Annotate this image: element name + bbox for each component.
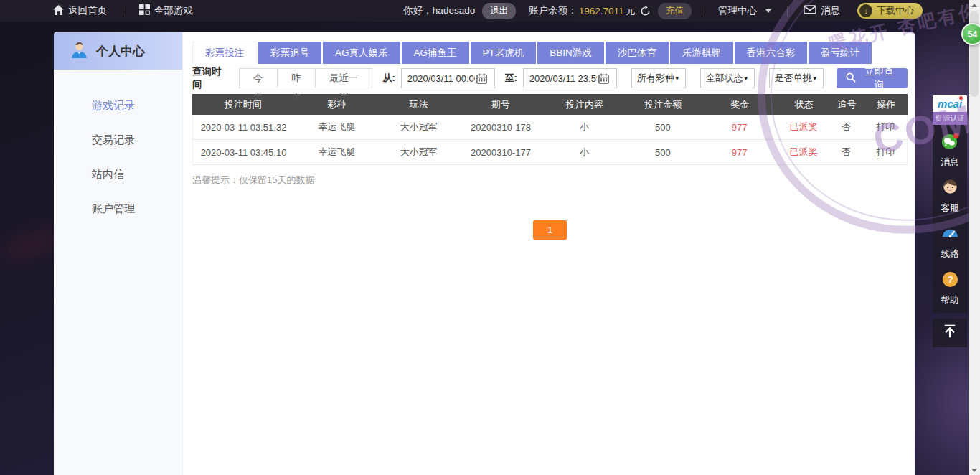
bet-records-table: 投注时间彩种玩法期号投注内容投注金额奖金状态追号操作 2020-03-11 03… bbox=[192, 94, 908, 165]
refresh-icon[interactable] bbox=[640, 6, 651, 17]
sidebar-menu: 游戏记录交易记录站内信账户管理 bbox=[54, 70, 182, 226]
search-button[interactable]: 立即查询 bbox=[837, 68, 908, 88]
to-date-input[interactable] bbox=[524, 73, 597, 84]
table-cell: 小 bbox=[544, 146, 626, 159]
floating-toolbar-item[interactable]: 消息 bbox=[933, 128, 967, 174]
chevron-down-icon: ▼ bbox=[743, 75, 749, 82]
table-cell: 否 bbox=[829, 121, 864, 133]
messages-link[interactable]: 消息 bbox=[798, 0, 846, 22]
tab-item[interactable]: AG捕鱼王 bbox=[402, 42, 469, 64]
messages-label: 消息 bbox=[821, 4, 840, 17]
logout-button[interactable]: 退出 bbox=[482, 3, 516, 19]
sidebar-item[interactable]: 游戏记录 bbox=[54, 88, 182, 123]
filter-select[interactable]: 全部状态▼ bbox=[700, 68, 755, 88]
floating-toolbar-item[interactable]: 客服 bbox=[933, 174, 967, 220]
floating-toolbar-item[interactable]: 线路 bbox=[933, 220, 967, 265]
print-action[interactable]: 打印 bbox=[864, 121, 907, 133]
print-action[interactable]: 打印 bbox=[864, 146, 907, 159]
balance-value: 1962.7011 bbox=[579, 6, 624, 17]
table-cell: 幸运飞艇 bbox=[294, 121, 380, 133]
sidebar-title: 个人中心 bbox=[96, 43, 145, 60]
line-speedometer-icon bbox=[941, 233, 960, 245]
table-cell: 幸运飞艇 bbox=[294, 146, 380, 159]
divider bbox=[787, 6, 788, 16]
from-label: 从: bbox=[382, 72, 395, 85]
table-cell: 已派奖 bbox=[778, 121, 829, 133]
notification-count-badge[interactable]: 54 bbox=[961, 23, 980, 45]
game-record-tabs: 彩票投注彩票追号AG真人娱乐AG捕鱼王PT老虎机BBIN游戏沙巴体育乐游棋牌香港… bbox=[192, 42, 908, 64]
table-cell: 已派奖 bbox=[778, 146, 829, 159]
floating-item-label: 消息 bbox=[933, 156, 967, 169]
scrollbar-up-arrow[interactable] bbox=[969, 0, 980, 10]
download-center-label: 下载中心 bbox=[877, 4, 914, 17]
floating-item-label: 客服 bbox=[933, 202, 967, 215]
download-icon: ↓ bbox=[859, 4, 872, 17]
tab-item[interactable]: 乐游棋牌 bbox=[670, 42, 733, 64]
tab-item[interactable]: 彩票追号 bbox=[258, 42, 321, 64]
quick-date-buttons: 今天昨天最近一周 bbox=[239, 68, 373, 88]
filter-select[interactable]: 是否单挑▼ bbox=[769, 68, 824, 88]
column-header: 投注内容 bbox=[544, 98, 626, 111]
floating-item-label: 线路 bbox=[933, 248, 967, 260]
select-value: 是否单挑 bbox=[775, 72, 812, 85]
sidebar: 个人中心 游戏记录交易记录站内信账户管理 bbox=[54, 32, 183, 475]
sidebar-item[interactable]: 交易记录 bbox=[54, 123, 182, 157]
table-cell: 小 bbox=[544, 121, 626, 133]
calendar-icon[interactable] bbox=[476, 73, 487, 84]
tab-item[interactable]: PT老虎机 bbox=[471, 42, 537, 64]
to-label: 至: bbox=[505, 72, 517, 85]
column-header: 操作 bbox=[864, 98, 908, 111]
tab-item[interactable]: AG真人娱乐 bbox=[323, 42, 400, 64]
scrollbar[interactable] bbox=[969, 0, 980, 475]
calendar-icon[interactable] bbox=[598, 73, 609, 84]
quick-date-button[interactable]: 昨天 bbox=[278, 68, 316, 88]
table-body: 2020-03-11 03:51:32幸运飞艇大小冠军20200310-178小… bbox=[192, 115, 908, 165]
filter-selects: 所有彩种▼全部状态▼是否单挑▼ bbox=[617, 68, 824, 88]
to-date-field bbox=[523, 68, 617, 88]
page-button-1[interactable]: 1 bbox=[533, 220, 567, 240]
from-date-input[interactable] bbox=[402, 73, 475, 84]
chevron-down-icon: ▼ bbox=[812, 75, 818, 82]
table-cell: 977 bbox=[700, 122, 778, 133]
column-header: 状态 bbox=[779, 98, 829, 111]
table-cell: 大小冠军 bbox=[380, 121, 458, 133]
quick-date-button[interactable]: 今天 bbox=[239, 68, 278, 88]
select-value: 全部状态 bbox=[706, 72, 743, 85]
pagination: 1 bbox=[192, 220, 908, 240]
tab-item[interactable]: 彩票投注 bbox=[192, 42, 257, 64]
filter-select[interactable]: 所有彩种▼ bbox=[631, 68, 686, 88]
customer-service-icon bbox=[941, 187, 960, 199]
select-value: 所有彩种 bbox=[637, 72, 674, 85]
recharge-button[interactable]: 充值 bbox=[658, 3, 692, 19]
column-header: 奖金 bbox=[700, 98, 778, 111]
column-header: 期号 bbox=[458, 98, 543, 111]
floating-item-label: 帮助 bbox=[933, 294, 967, 306]
tab-item[interactable]: 盈亏统计 bbox=[809, 42, 872, 64]
sidebar-item[interactable]: 账户管理 bbox=[54, 192, 182, 226]
back-to-top-button[interactable] bbox=[933, 319, 967, 347]
scrollbar-down-arrow[interactable] bbox=[969, 465, 980, 475]
table-cell: 2020-03-11 03:51:32 bbox=[193, 122, 294, 133]
tab-item[interactable]: 沙巴体育 bbox=[606, 42, 669, 64]
tab-item[interactable]: BBIN游戏 bbox=[537, 42, 604, 64]
chevron-down-icon: ▼ bbox=[674, 75, 680, 82]
divider bbox=[702, 6, 702, 16]
home-link[interactable]: 返回首页 bbox=[47, 0, 113, 22]
svg-text:?: ? bbox=[947, 274, 953, 285]
sidebar-item[interactable]: 站内信 bbox=[54, 157, 182, 192]
certification-badge[interactable]: mcai bbox=[933, 95, 967, 112]
personal-center-card: 个人中心 游戏记录交易记录站内信账户管理 彩票投注彩票追号AG真人娱乐AG捕鱼王… bbox=[54, 32, 915, 475]
admin-center-menu[interactable]: 管理中心 bbox=[712, 0, 777, 22]
download-center-button[interactable]: ↓ 下载中心 bbox=[857, 3, 923, 19]
home-label: 返回首页 bbox=[68, 4, 107, 17]
top-bar: 返回首页 全部游戏 你好，hadesado 退出 账户余额： 1962.7011… bbox=[0, 0, 980, 22]
tab-item[interactable]: 香港六合彩 bbox=[735, 42, 808, 64]
all-games-link[interactable]: 全部游戏 bbox=[133, 0, 199, 22]
table-cell: 500 bbox=[626, 122, 700, 133]
balance-label: 账户余额： bbox=[529, 4, 578, 17]
envelope-icon bbox=[804, 5, 816, 17]
floating-toolbar-item[interactable]: ?帮助 bbox=[933, 265, 967, 311]
quick-date-button[interactable]: 最近一周 bbox=[316, 68, 372, 88]
column-header: 投注时间 bbox=[192, 98, 293, 111]
balance-unit: 元 bbox=[626, 4, 636, 17]
